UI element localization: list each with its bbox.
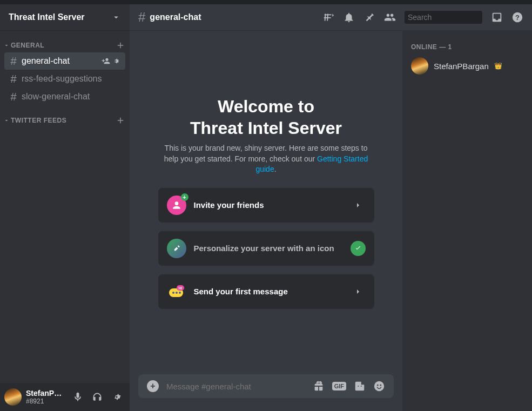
chevron-down-icon xyxy=(3,42,10,49)
message-input[interactable] xyxy=(166,382,305,391)
svg-point-5 xyxy=(179,292,181,294)
welcome-screen: Welcome to Threat Intel Server This is y… xyxy=(130,30,402,374)
channel-sidebar: Threat Intel Server GENERAL # general-ch… xyxy=(0,4,130,411)
gear-icon[interactable] xyxy=(112,57,121,65)
svg-point-9 xyxy=(377,385,379,386)
channel-list: GENERAL # general-chat # rss-feed-sugges… xyxy=(0,30,130,383)
window-titlebar xyxy=(0,0,532,4)
chevron-right-icon xyxy=(351,198,366,213)
category-general[interactable]: GENERAL xyxy=(0,39,130,52)
welcome-title: Welcome to Threat Intel Server xyxy=(190,96,342,139)
svg-point-3 xyxy=(172,292,174,294)
server-header[interactable]: Threat Intel Server xyxy=(0,4,130,30)
user-tag: #8921 xyxy=(26,397,65,405)
gif-icon[interactable]: GIF xyxy=(332,380,346,392)
member-row[interactable]: StefanPBargan 👑 xyxy=(407,55,528,77)
message-composer[interactable]: + GIF xyxy=(138,374,394,398)
welcome-description: This is your brand new, shiny server. He… xyxy=(158,143,374,175)
chat-area: # general-chat xyxy=(130,4,532,411)
headset-icon[interactable] xyxy=(89,388,106,406)
pin-icon[interactable] xyxy=(363,11,375,23)
help-icon[interactable]: ? xyxy=(511,11,523,23)
crown-icon: 👑 xyxy=(494,62,502,70)
svg-point-4 xyxy=(176,292,178,294)
card-label: Personalize your server with an icon xyxy=(194,244,343,253)
channel-slow-general-chat[interactable]: # slow-general-chat xyxy=(4,88,125,105)
window-minimize[interactable] xyxy=(508,0,515,2)
emoji-icon[interactable] xyxy=(373,380,385,392)
svg-text:?: ? xyxy=(515,14,520,22)
attach-plus-icon[interactable]: + xyxy=(147,380,159,392)
search-input[interactable] xyxy=(408,13,502,22)
window-maximize[interactable] xyxy=(516,0,522,2)
svg-text:Hi: Hi xyxy=(178,286,182,290)
threads-icon[interactable] xyxy=(322,11,334,23)
members-icon[interactable] xyxy=(384,11,396,23)
message-icon: Hi xyxy=(167,282,186,301)
card-invite-friends[interactable]: + Invite your friends xyxy=(158,188,374,223)
channel-label: rss-feed-suggestions xyxy=(22,74,121,84)
card-personalize[interactable]: Personalize your server with an icon xyxy=(158,231,374,266)
window-close[interactable] xyxy=(523,0,530,2)
member-name: StefanPBargan xyxy=(434,62,489,71)
category-label: GENERAL xyxy=(11,42,44,49)
members-list: ONLINE — 1 StefanPBargan 👑 xyxy=(402,30,532,411)
paint-icon xyxy=(167,239,186,258)
channel-label: general-chat xyxy=(22,56,98,66)
members-header: ONLINE — 1 xyxy=(407,39,528,55)
hash-icon: # xyxy=(138,10,145,25)
channel-general-chat[interactable]: # general-chat xyxy=(4,52,125,70)
invite-icon: + xyxy=(167,196,186,215)
plus-icon[interactable] xyxy=(116,116,125,125)
search-box[interactable] xyxy=(405,11,482,24)
svg-point-10 xyxy=(380,385,381,386)
channel-title: general-chat xyxy=(150,12,201,22)
chevron-down-icon xyxy=(111,12,121,22)
hash-icon: # xyxy=(9,55,18,68)
settings-gear-icon[interactable] xyxy=(108,388,125,406)
card-label: Send your first message xyxy=(194,287,343,296)
chevron-right-icon xyxy=(351,284,366,299)
channel-rss-feed-suggestions[interactable]: # rss-feed-suggestions xyxy=(4,70,125,87)
user-name: StefanPBa... xyxy=(26,389,65,397)
user-panel: StefanPBa... #8921 xyxy=(0,383,130,411)
hash-icon: # xyxy=(9,73,18,85)
category-label: TWITTER FEEDS xyxy=(11,117,66,124)
user-meta[interactable]: StefanPBa... #8921 xyxy=(26,389,65,405)
svg-point-8 xyxy=(374,381,384,391)
card-first-message[interactable]: Hi Send your first message xyxy=(158,274,374,309)
check-icon xyxy=(351,241,366,256)
hash-icon: # xyxy=(9,91,18,103)
mic-icon[interactable] xyxy=(69,388,86,406)
inbox-icon[interactable] xyxy=(491,11,503,23)
card-label: Invite your friends xyxy=(194,200,343,210)
chevron-down-icon xyxy=(3,117,10,124)
bell-icon[interactable] xyxy=(343,11,355,23)
gift-icon[interactable] xyxy=(313,380,325,392)
chat-header: # general-chat xyxy=(130,4,532,30)
avatar xyxy=(411,57,428,75)
channel-label: slow-general-chat xyxy=(22,92,121,102)
sticker-icon[interactable] xyxy=(354,380,366,392)
add-user-icon[interactable] xyxy=(102,57,110,65)
server-name: Threat Intel Server xyxy=(9,12,85,22)
avatar[interactable] xyxy=(4,388,22,406)
plus-icon[interactable] xyxy=(116,41,125,50)
category-twitter-feeds[interactable]: TWITTER FEEDS xyxy=(0,114,130,127)
